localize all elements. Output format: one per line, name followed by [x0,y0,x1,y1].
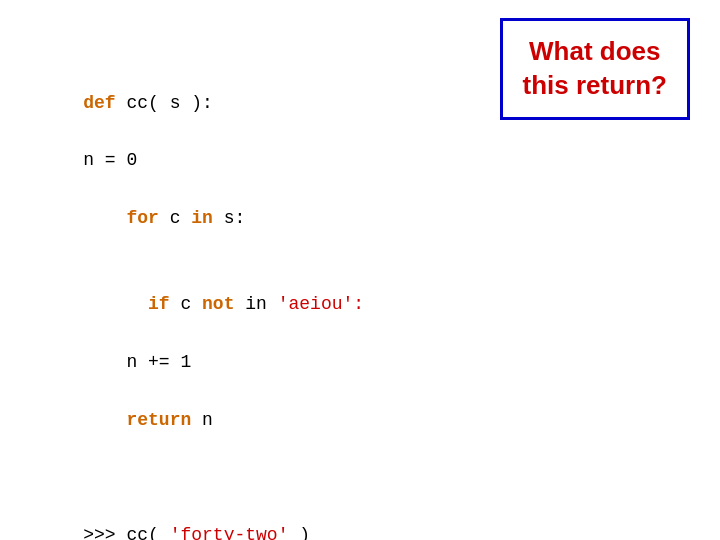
return-n: n [202,410,213,430]
if-in: in [245,294,277,314]
for-c: c [170,208,181,228]
keyword-if: if [83,294,180,314]
for-s: s: [224,208,246,228]
code-area: def cc( s ): n = 0 for c in s: if c not … [40,60,364,540]
code-line-7: >>> cc( 'forty-two' ) [40,492,364,540]
if-c: c [180,294,191,314]
code-line-3: for c in s: [40,175,364,261]
code-line-4: if c not in 'aeiou': [40,262,364,348]
keyword-return: return [83,410,202,430]
repl-prompt: >>> cc( [83,525,169,540]
code-line-5: n += 1 [40,348,364,377]
question-box: What does this return? [500,18,690,120]
repl-end: ) [288,525,310,540]
code-line-6: return n [40,377,364,463]
if-str: 'aeiou': [278,294,364,314]
code-line-1: def cc( s ): [40,60,364,146]
code-line-2: n = 0 [40,146,364,175]
code-line-blank [40,463,364,492]
question-line2: this return? [523,69,667,103]
keyword-def: def [83,93,126,113]
keyword-for: for [83,208,169,228]
fn-signature: cc( s ): [126,93,212,113]
keyword-not: not [191,294,245,314]
keyword-in: in [180,208,223,228]
repl-str: 'forty-two' [170,525,289,540]
question-line1: What does [523,35,667,69]
